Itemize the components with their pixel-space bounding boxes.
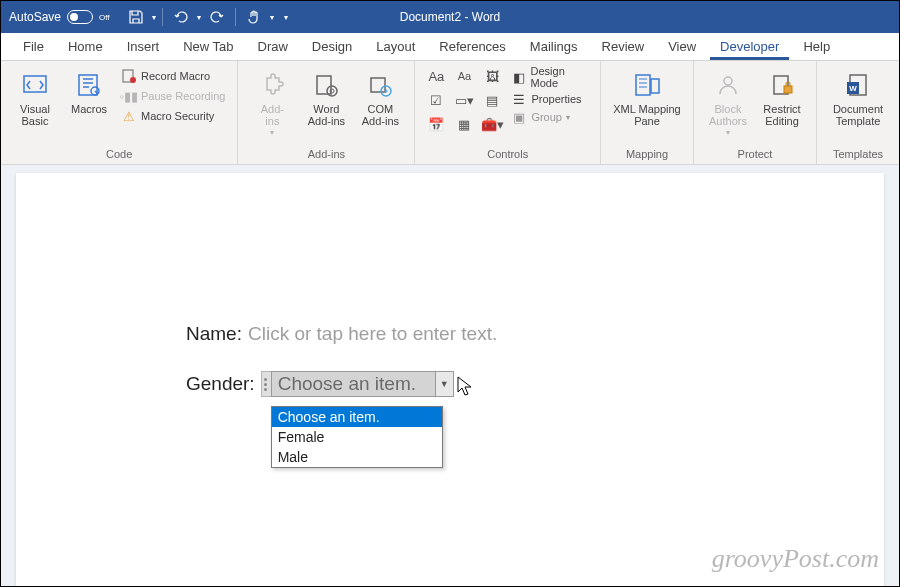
legacy-tools[interactable]: 🧰▾ [479, 113, 505, 135]
pause-icon: ◦▮▮ [121, 88, 137, 104]
name-field-row: Name: Click or tap here to enter text. [186, 323, 884, 345]
record-macro-button[interactable]: Record Macro [117, 67, 229, 85]
svg-rect-11 [651, 79, 659, 93]
undo-button[interactable] [169, 5, 193, 29]
dropdown-item[interactable]: Male [272, 447, 442, 467]
redo-button[interactable] [205, 5, 229, 29]
tab-help[interactable]: Help [793, 34, 840, 60]
plain-text-control[interactable]: Aa [451, 65, 477, 87]
tab-file[interactable]: File [13, 34, 54, 60]
combo-dropdown-button[interactable]: ▼ [436, 371, 454, 397]
svg-point-4 [130, 77, 136, 83]
group-icon: ▣ [511, 109, 527, 125]
group-mapping: XML Mapping Pane Mapping [601, 61, 694, 164]
gender-combo-box[interactable]: Choose an item. ▼ Choose an item. Female… [261, 371, 454, 397]
tab-layout[interactable]: Layout [366, 34, 425, 60]
control-gallery: Aa Aa 🖼 ☑ ▭▾ ▤ 📅 ▦ 🧰▾ [423, 65, 505, 135]
combo-handle-icon[interactable] [261, 371, 271, 397]
autosave-state: Off [99, 13, 110, 22]
name-label: Name: [186, 323, 242, 345]
xml-mapping-icon [631, 69, 663, 101]
redo-icon [209, 9, 225, 25]
svg-rect-1 [79, 75, 97, 95]
window-title: Document2 - Word [400, 10, 500, 24]
document-template-button[interactable]: W Document Template [825, 65, 891, 131]
record-icon [121, 68, 137, 84]
tab-home[interactable]: Home [58, 34, 113, 60]
com-addins-button[interactable]: COM Add-ins [354, 65, 406, 131]
block-authors-icon [712, 69, 744, 101]
group-button[interactable]: ▣ Group ▾ [511, 109, 592, 125]
toggle-off-icon [67, 10, 93, 24]
combo-display[interactable]: Choose an item. [271, 371, 436, 397]
ribbon: Visual Basic Macros Record Macro ◦▮▮ Pau… [1, 61, 899, 165]
group-addins: Add- ins ▾ Word Add-ins COM Add-ins Add-… [238, 61, 415, 164]
name-content-control[interactable]: Click or tap here to enter text. [248, 323, 497, 345]
group-label-protect: Protect [702, 146, 808, 164]
date-picker-control[interactable]: 📅 [423, 113, 449, 135]
tab-draw[interactable]: Draw [248, 34, 298, 60]
touch-mouse-mode-button[interactable] [242, 5, 266, 29]
addins-icon [256, 69, 288, 101]
group-label-controls: Controls [423, 146, 592, 164]
block-authors-button[interactable]: Block Authors ▾ [702, 65, 754, 142]
svg-rect-8 [371, 78, 385, 92]
visual-basic-button[interactable]: Visual Basic [9, 65, 61, 131]
svg-rect-5 [317, 76, 331, 94]
tab-developer[interactable]: Developer [710, 34, 789, 60]
tab-references[interactable]: References [429, 34, 515, 60]
restrict-editing-button[interactable]: Restrict Editing [756, 65, 808, 131]
pause-recording-button: ◦▮▮ Pause Recording [117, 87, 229, 105]
group-templates: W Document Template Templates [817, 61, 899, 164]
design-mode-button[interactable]: ◧ Design Mode [511, 65, 592, 89]
workspace: Name: Click or tap here to enter text. G… [1, 165, 899, 586]
autosave-toggle[interactable]: AutoSave Off [1, 10, 118, 24]
svg-rect-10 [636, 75, 650, 95]
com-addins-icon [364, 69, 396, 101]
dropdown-item[interactable]: Choose an item. [272, 407, 442, 427]
rich-text-control[interactable]: Aa [423, 65, 449, 87]
tab-review[interactable]: Review [592, 34, 655, 60]
repeating-control[interactable]: ▦ [451, 113, 477, 135]
dropdown-item[interactable]: Female [272, 427, 442, 447]
visual-basic-icon [19, 69, 51, 101]
title-bar: AutoSave Off ▾ ▾ ▾ ▾ Document2 - Word [1, 1, 899, 33]
combo-box-control[interactable]: ▭▾ [451, 89, 477, 111]
word-addins-icon [310, 69, 342, 101]
checkbox-control[interactable]: ☑ [423, 89, 449, 111]
undo-icon [173, 9, 189, 25]
svg-point-6 [327, 86, 337, 96]
quick-access-toolbar: ▾ ▾ ▾ ▾ [118, 5, 288, 29]
combo-dropdown-list: Choose an item. Female Male [271, 406, 443, 468]
properties-button[interactable]: ☰ Properties [511, 91, 592, 107]
group-label-code: Code [9, 146, 229, 164]
picture-control[interactable]: 🖼 [479, 65, 505, 87]
macro-security-button[interactable]: ⚠ Macro Security [117, 107, 229, 125]
save-icon [128, 9, 144, 25]
tab-newtab[interactable]: New Tab [173, 34, 243, 60]
document-page[interactable]: Name: Click or tap here to enter text. G… [16, 173, 884, 586]
tab-insert[interactable]: Insert [117, 34, 170, 60]
warning-icon: ⚠ [121, 108, 137, 124]
save-button[interactable] [124, 5, 148, 29]
macros-button[interactable]: Macros [63, 65, 115, 119]
tab-mailings[interactable]: Mailings [520, 34, 588, 60]
mouse-cursor-icon [456, 375, 474, 397]
group-code: Visual Basic Macros Record Macro ◦▮▮ Pau… [1, 61, 238, 164]
macros-icon [73, 69, 105, 101]
xml-mapping-button[interactable]: XML Mapping Pane [609, 65, 685, 131]
gender-field-row: Gender: Choose an item. ▼ Choose an item… [186, 371, 884, 397]
svg-rect-14 [784, 86, 792, 93]
autosave-label: AutoSave [9, 10, 61, 24]
tab-design[interactable]: Design [302, 34, 362, 60]
svg-text:W: W [849, 84, 857, 93]
dropdown-control[interactable]: ▤ [479, 89, 505, 111]
design-mode-icon: ◧ [511, 69, 526, 85]
group-label-mapping: Mapping [609, 146, 685, 164]
tab-view[interactable]: View [658, 34, 706, 60]
addins-button[interactable]: Add- ins ▾ [246, 65, 298, 142]
properties-icon: ☰ [511, 91, 527, 107]
group-label-templates: Templates [825, 146, 891, 164]
word-addins-button[interactable]: Word Add-ins [300, 65, 352, 131]
document-template-icon: W [842, 69, 874, 101]
